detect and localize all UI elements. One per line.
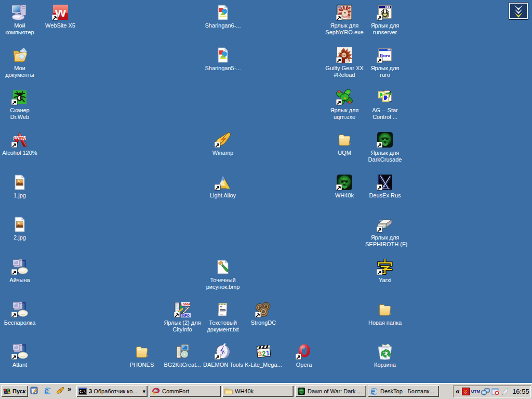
svg-text:C:\: C:\ [79, 390, 86, 394]
svg-text:120%: 120% [14, 136, 25, 141]
svg-text:INFO: INFO [181, 314, 190, 317]
svg-text:ESMA: ESMA [181, 302, 191, 306]
svg-text:1: 1 [265, 349, 270, 357]
